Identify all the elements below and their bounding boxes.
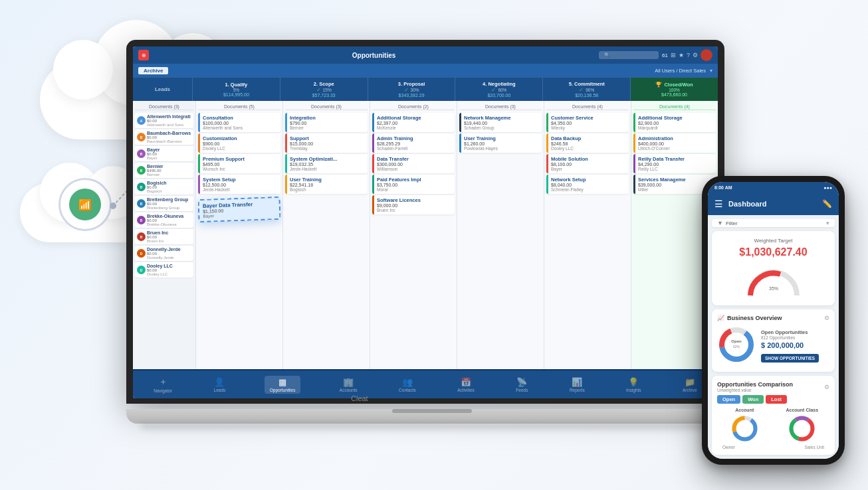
card-admin-training[interactable]: Admin Training $28,295.29 Schaden-Farrel… bbox=[372, 133, 455, 153]
card-mobile-solution[interactable]: Mobile Solution $8,100.00 Bayer bbox=[546, 154, 629, 173]
gear-icon-2[interactable]: ⚙ bbox=[824, 384, 829, 390]
gauge-chart: 35% bbox=[744, 262, 804, 299]
phone-wrapper: 8:00 AM ●●● ☰ Dashboard ✏️ ▼ Filter ▾ bbox=[702, 176, 845, 465]
dragging-card: Bayer Data Transfer $1,150.00 Bayer bbox=[197, 197, 280, 222]
opps-amount: $ 200,000,00 bbox=[761, 341, 819, 349]
pipeline-body: Documents (3) A Altenwerth Integrati$0.0… bbox=[133, 101, 718, 369]
tab-activities[interactable]: 📅 Activities bbox=[455, 376, 477, 394]
card-customer-service[interactable]: Customer Service $4,350.00 Wlecky bbox=[546, 113, 629, 132]
menu-icon[interactable]: ☰ bbox=[714, 199, 723, 209]
opp-tab-won[interactable]: Won bbox=[742, 395, 764, 404]
card-network-mgmt[interactable]: Network Manageme $19,440.00 Schaden Grou… bbox=[459, 113, 542, 132]
lead-item-1[interactable]: A Altenwerth Integrati$0.00Altenwerth an… bbox=[135, 113, 193, 128]
tab-reports[interactable]: 📊 Reports bbox=[567, 376, 588, 394]
card-data-transfer[interactable]: Data Transfer $300,000.00 Williamson bbox=[372, 154, 455, 173]
pipeline-col-4: Documents (3) Network Manageme $19,440.0… bbox=[457, 101, 544, 369]
phone-time: 8:00 AM bbox=[714, 185, 732, 190]
card-network-setup[interactable]: Network Setup $8,040.00 Schmeier-Flatley bbox=[546, 175, 629, 194]
lead-item-10[interactable]: D Dooley LLC$0.00Dooley LLC bbox=[135, 262, 193, 278]
pipeline-col-2: Documents (3) Integration $790.00 Bernie… bbox=[283, 101, 370, 369]
pipeline-col-leads: Documents (3) A Altenwerth Integrati$0.0… bbox=[133, 101, 196, 369]
filter-chevron: ▾ bbox=[826, 220, 829, 226]
col-header-4: Documents (3) bbox=[459, 104, 542, 110]
tab-navigator[interactable]: ＋ Navigator bbox=[151, 374, 175, 394]
opp-tab-open[interactable]: Open bbox=[717, 395, 740, 404]
card-premium-support[interactable]: Premium Support $495.00 Wunsch Inc bbox=[198, 154, 280, 173]
tab-accounts[interactable]: 🏢 Accounts bbox=[337, 376, 360, 394]
lead-item-9[interactable]: D Donnelly-Jerde$0.00Donnelly-Jerde bbox=[135, 246, 193, 261]
laptop-base bbox=[126, 409, 738, 424]
weighted-target-section: Weighted Target $1,030,627.40 35% bbox=[712, 231, 835, 305]
card-data-backup[interactable]: Data Backup $246.58 Dooley LLC bbox=[546, 133, 629, 153]
tab-opportunities[interactable]: ▦ Opportunities bbox=[265, 376, 301, 394]
archive-btn[interactable]: Archive bbox=[138, 67, 168, 74]
lead-item-5[interactable]: B Bogisich$0.00Bogisich bbox=[135, 179, 193, 195]
tab-leads[interactable]: 👤 Leads bbox=[211, 376, 229, 394]
tab-insights[interactable]: 💡 Insights bbox=[623, 376, 643, 394]
opps-count: 812 Opportunities bbox=[761, 335, 819, 340]
opp-comparison-subtitle: Unweighted value bbox=[717, 388, 793, 392]
biz-overview-info: Open Opportunities 812 Opportunities $ 2… bbox=[761, 329, 819, 363]
gear-icon[interactable]: ⚙ bbox=[824, 315, 829, 321]
tab-archive[interactable]: 📁 Archive bbox=[680, 376, 700, 394]
sales-unit-label: Sales Unit bbox=[804, 445, 824, 449]
toolbar-controls: 61 ⊞ ★ ? ⚙ bbox=[662, 49, 712, 61]
card-administration[interactable]: Administration $400,000.00 Ullrich-O'Con… bbox=[633, 133, 716, 153]
card-add-storage[interactable]: Additional Storage $2,397.00 McKenzie bbox=[372, 113, 455, 132]
pipeline-header: Leads 1. Qualify 5% $114,995.00 2. Scope… bbox=[133, 77, 718, 101]
show-opps-btn[interactable]: SHOW OPPORTUNITIES bbox=[761, 354, 819, 363]
lead-item-4[interactable]: B Bernier$495.00Bernier bbox=[135, 163, 193, 178]
filter-icon: ▼ bbox=[717, 220, 723, 226]
opp-comparison-title: Opportunities Comparison bbox=[717, 381, 793, 388]
stage-header-closed: 🏆 Closed/Won 100% $473,660.00 bbox=[631, 78, 718, 101]
card-support[interactable]: Support $15,000.00 Tremblay bbox=[285, 133, 368, 153]
pipeline-col-3: Documents (2) Additional Storage $2,397.… bbox=[370, 101, 457, 369]
search-box[interactable]: 🔍 bbox=[599, 51, 659, 59]
lead-item-2[interactable]: B Baumbach-Barrows$0.00Baumbach-Barrows bbox=[135, 129, 193, 145]
card-consultation[interactable]: Consultation $100,000.00 Altenwerth and … bbox=[198, 113, 280, 132]
sync-circle-outer-bottom: 📶 bbox=[58, 178, 112, 231]
lead-item-6[interactable]: B Breitenberg Group$0.00Breitenberg Grou… bbox=[135, 196, 193, 211]
card-user-training[interactable]: User Training $22,541.18 Bogisich bbox=[285, 175, 368, 194]
stage-header-4: 4. Negotiating ✓ 60% $20,700.00 bbox=[455, 78, 543, 101]
phone-screen: 8:00 AM ●●● ☰ Dashboard ✏️ ▼ Filter ▾ bbox=[708, 182, 839, 459]
phone-statusbar: 8:00 AM ●●● bbox=[708, 182, 839, 193]
phone-edit-icon[interactable]: ✏️ bbox=[822, 199, 832, 208]
card-customization[interactable]: Customization $900.00 Dooley LLC bbox=[198, 133, 280, 153]
card-add-storage-2[interactable]: Additional Storage $2,900.00 Marquardt bbox=[633, 113, 716, 132]
crm-topbar: ⊕ Opportunities 🔍 61 ⊞ ★ ? ⚙ bbox=[133, 46, 718, 64]
crm-toolbar: Archive All Users / Direct Sales ▾ bbox=[133, 64, 718, 77]
laptop-screen: ⊕ Opportunities 🔍 61 ⊞ ★ ? ⚙ Archive All… bbox=[133, 46, 718, 398]
col-header-3: Documents (2) bbox=[372, 104, 455, 110]
card-system-setup[interactable]: System Setup $12,500.00 Jerde-Hackett bbox=[198, 175, 280, 194]
donut-account-class: Account Class bbox=[775, 408, 830, 444]
col-header-leads: Documents (3) bbox=[135, 104, 193, 110]
business-overview-section: 📈 Business Overview ⚙ Open bbox=[712, 309, 835, 372]
tab-feeds[interactable]: 📡 Feeds bbox=[513, 376, 530, 394]
laptop-wrapper: ⊕ Opportunities 🔍 61 ⊞ ★ ? ⚙ Archive All… bbox=[126, 40, 724, 429]
sync-icon-green: 📶 bbox=[69, 189, 101, 220]
opp-tab-lost[interactable]: Lost bbox=[766, 395, 787, 404]
card-paid-features[interactable]: Paid Features Impl $3,750.00 Morar bbox=[372, 175, 455, 194]
card-reilly-transfer[interactable]: Reilly Data Transfer $4,290.00 Reilly LL… bbox=[633, 154, 716, 173]
card-integration[interactable]: Integration $790.00 Bernier bbox=[285, 113, 368, 132]
laptop-screen-frame: ⊕ Opportunities 🔍 61 ⊞ ★ ? ⚙ Archive All… bbox=[126, 40, 724, 404]
stage-header-1: 1. Qualify 5% $114,995.00 bbox=[193, 78, 280, 101]
lead-item-3[interactable]: B Bayer$0.00Bayer bbox=[135, 146, 193, 161]
opp-comparison-section: Opportunities Comparison Unweighted valu… bbox=[712, 376, 835, 455]
card-user-training-2[interactable]: User Training $1,260.00 Powlowski-Hayes bbox=[459, 133, 542, 153]
weighted-target-label: Weighted Target bbox=[717, 238, 829, 244]
chart-icon: 📈 bbox=[717, 315, 724, 321]
stage-header-5: 5. Commitment ✓ 90% $20,136.58 bbox=[543, 78, 631, 101]
tab-contacts[interactable]: 👥 Contacts bbox=[396, 376, 419, 394]
phone-filter-bar[interactable]: ▼ Filter ▾ bbox=[712, 219, 835, 227]
card-system-opt[interactable]: System Optimizati... $19,032.35 Jerde-Ha… bbox=[285, 154, 368, 173]
owner-label: Owner bbox=[722, 445, 735, 449]
phone-signal: ●●● bbox=[823, 185, 832, 190]
weighted-target-amount: $1,030,627.40 bbox=[717, 246, 829, 258]
card-software-licences[interactable]: Software Licences $9,000.00 Bruen Inc bbox=[372, 195, 455, 214]
lead-item-8[interactable]: B Bruen Inc$0.00Bruen Inc bbox=[135, 229, 193, 244]
phone-frame: 8:00 AM ●●● ☰ Dashboard ✏️ ▼ Filter ▾ bbox=[702, 176, 845, 465]
lead-item-7[interactable]: B Brekke-Okuneva$0.00Brekke-Okuneva bbox=[135, 212, 193, 228]
stage-header-2: 2. Scope ✓ 15% $57,723.33 bbox=[280, 78, 368, 101]
